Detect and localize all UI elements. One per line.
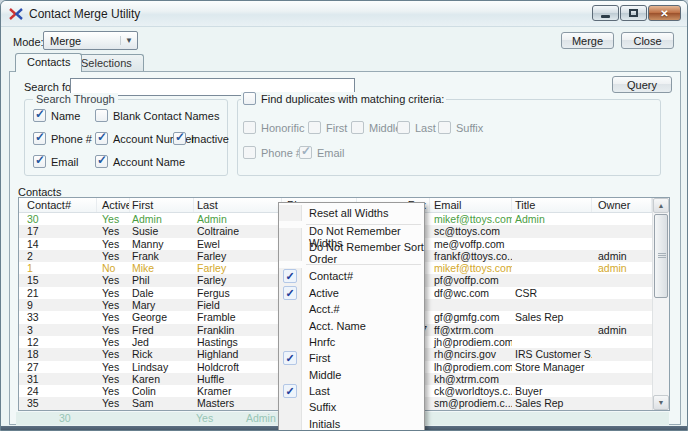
menu-item-acct-name[interactable]: Acct. Name <box>279 317 424 333</box>
scroll-up-arrow-icon[interactable]: ▲ <box>653 198 669 213</box>
column-header-owner[interactable]: Owner <box>592 198 652 212</box>
checkbox-box <box>33 109 46 122</box>
cell-title <box>512 262 592 274</box>
minimize-button[interactable] <box>592 5 619 21</box>
checkbox-blank-contact-names[interactable]: Blank Contact Names <box>95 109 219 122</box>
window-controls: ✕ <box>592 5 681 21</box>
scrollbar-thumb[interactable] <box>654 214 668 298</box>
menu-item-acct-[interactable]: Acct.# <box>279 301 424 317</box>
checkbox-find-duplicates[interactable]: Find duplicates with matching criteria: <box>241 92 446 105</box>
menu-gutter <box>279 228 302 244</box>
column-header-contact[interactable]: Contact# <box>19 198 97 212</box>
checkbox-box <box>243 121 256 134</box>
cell-contact: 21 <box>19 287 97 299</box>
menu-gutter: ✓ <box>279 268 302 284</box>
cell-active: No <box>97 262 130 274</box>
menu-item-last[interactable]: ✓Last <box>279 383 424 399</box>
tab-contacts[interactable]: Contacts <box>15 53 82 72</box>
checkbox-honorific[interactable]: Honorific <box>243 121 304 134</box>
checkbox-inactive[interactable]: Inactive <box>173 132 229 145</box>
cell-email: kh@xtrm.com <box>430 373 512 385</box>
column-header-title[interactable]: Title <box>512 198 592 212</box>
checkbox-box <box>173 132 186 145</box>
cell-active: Yes <box>97 299 130 311</box>
cell-email: pf@voffp.com <box>430 274 512 286</box>
checkbox-first[interactable]: First <box>308 121 347 134</box>
cell-title: Sales Rep <box>512 311 592 323</box>
cell-first: Karen <box>130 373 194 385</box>
menu-item-first[interactable]: ✓First <box>279 350 424 366</box>
column-header-first[interactable]: First <box>130 198 194 212</box>
checkbox-name[interactable]: Name <box>33 109 80 122</box>
maximize-button[interactable] <box>620 5 647 21</box>
context-menu: Reset all WidthsDo Not Remember WidthsDo… <box>278 202 425 431</box>
checkbox-email[interactable]: Email <box>33 155 79 168</box>
cell-contact: 33 <box>19 311 97 323</box>
cell-active: Yes <box>97 397 130 409</box>
app-icon <box>9 7 23 21</box>
checkbox-middle[interactable]: Middle <box>351 121 401 134</box>
cell-owner <box>592 238 652 250</box>
menu-item-initials[interactable]: Initials <box>279 416 424 431</box>
menu-gutter <box>279 301 302 317</box>
menu-item-contact-[interactable]: ✓Contact# <box>279 268 424 284</box>
cell-last: Field <box>194 299 282 311</box>
checkbox-dup-email[interactable]: Email <box>299 146 345 159</box>
cell-email: mikef@ttoys.com <box>430 262 512 274</box>
column-header-email[interactable]: Email <box>430 198 512 212</box>
cell-last: Farley <box>194 274 282 286</box>
menu-item-label: Reset all Widths <box>302 205 388 221</box>
cell-contact: 3 <box>19 324 97 336</box>
cell-contact: 2 <box>19 250 97 262</box>
menu-item-reset-all-widths[interactable]: Reset all Widths <box>279 205 424 221</box>
mode-label: Mode: <box>13 36 44 48</box>
checkmark-icon: ✓ <box>283 351 297 365</box>
cell-last: Farley <box>194 262 282 274</box>
cell-first: Jed <box>130 336 194 348</box>
contact-merge-utility-window: Contact Merge Utility ✕ Mode: Merge ▼ Me… <box>0 0 688 431</box>
cell-active: Yes <box>97 238 130 250</box>
menu-gutter: ✓ <box>279 285 302 301</box>
query-button[interactable]: Query <box>612 76 672 93</box>
cell-title <box>512 324 592 336</box>
cell-title: Buyer <box>512 385 592 397</box>
checkbox-dup-phone[interactable]: Phone # <box>243 146 302 159</box>
close-window-button[interactable]: ✕ <box>648 5 681 21</box>
checkbox-account-name[interactable]: Account Name <box>95 155 185 168</box>
checkbox-last[interactable]: Last <box>397 121 436 134</box>
cell-first: Mike <box>130 262 194 274</box>
menu-item-label: Acct. Name <box>302 317 366 333</box>
menu-gutter: ✓ <box>279 383 302 399</box>
checkbox-phone[interactable]: Phone # <box>33 132 92 145</box>
mode-dropdown[interactable]: Merge ▼ <box>43 31 138 50</box>
menu-item-label: Suffix <box>302 399 336 415</box>
menu-item-label: Do Not Remember Sort Order <box>302 245 424 261</box>
scrollbar-grip-icon <box>658 253 666 258</box>
cell-email: rh@ncirs.gov <box>430 348 512 360</box>
ghost-cell: Admin <box>246 412 276 425</box>
cell-title <box>512 250 592 262</box>
vertical-scrollbar[interactable]: ▲ ▼ <box>652 198 669 410</box>
close-button[interactable]: Close <box>621 32 674 49</box>
cell-first: Rick <box>130 348 194 360</box>
column-header-active[interactable]: Active <box>97 198 130 212</box>
cell-contact: 17 <box>19 225 97 237</box>
checkbox-suffix[interactable]: Suffix <box>438 121 483 134</box>
menu-item-do-not-remember-sort-order[interactable]: Do Not Remember Sort Order <box>279 245 424 261</box>
cell-first: Lindsay <box>130 361 194 373</box>
menu-item-suffix[interactable]: Suffix <box>279 399 424 415</box>
menu-item-hnrfc[interactable]: Hnrfc <box>279 334 424 350</box>
cell-title <box>512 299 592 311</box>
cell-title: CSR <box>512 287 592 299</box>
cell-active: Yes <box>97 336 130 348</box>
merge-button[interactable]: Merge <box>561 32 614 49</box>
cell-email: ck@worldtoys.c... <box>430 385 512 397</box>
column-header-last[interactable]: Last <box>194 198 282 212</box>
menu-item-active[interactable]: ✓Active <box>279 285 424 301</box>
menu-gutter <box>279 245 302 261</box>
scroll-down-arrow-icon[interactable]: ▼ <box>653 395 669 410</box>
menu-item-middle[interactable]: Middle <box>279 367 424 383</box>
cell-title: IRS Customer S... <box>512 348 592 360</box>
window-title: Contact Merge Utility <box>29 7 140 21</box>
cell-last: Franklin <box>194 324 282 336</box>
